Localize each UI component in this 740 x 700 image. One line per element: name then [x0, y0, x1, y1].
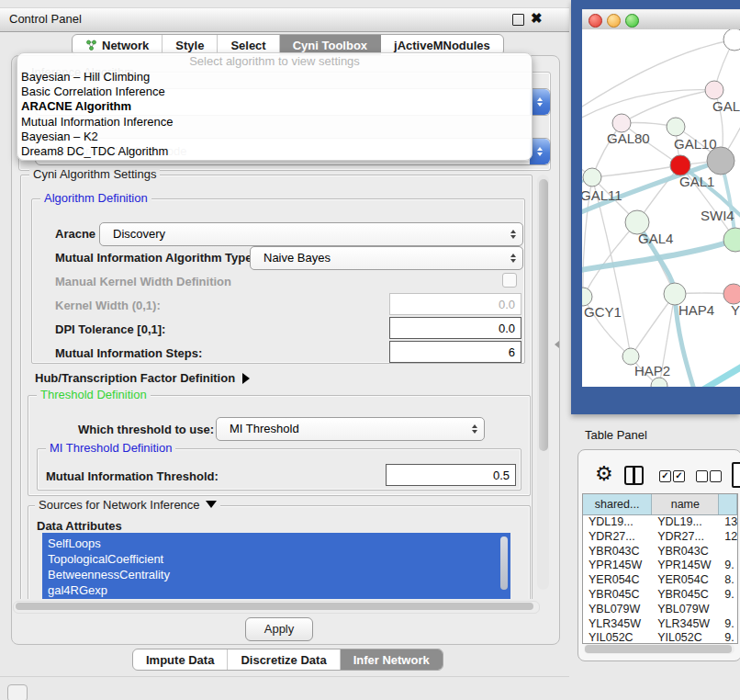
network-node-label[interactable]: GAL1	[679, 174, 714, 189]
table-cell: YBR043C	[583, 545, 652, 559]
which-threshold-combobox[interactable]: MI Threshold	[216, 417, 485, 441]
table-row[interactable]: YIL052CYIL052C9.	[583, 631, 737, 644]
attribute-list-item[interactable]: gal4RGexp	[42, 582, 510, 598]
network-node-label[interactable]: GAL11	[582, 187, 622, 203]
checked-checkbox-icon[interactable]: ✓	[659, 470, 671, 482]
network-node-label[interactable]: HAP2	[634, 363, 670, 378]
mi-type-combobox[interactable]: Naive Bayes	[250, 246, 523, 270]
minimize-traffic-light-icon[interactable]	[607, 14, 621, 28]
network-node-label[interactable]: GAL80	[607, 130, 650, 146]
kernel-width-field[interactable]: 0.0	[389, 293, 521, 315]
tab-label: Cyni Toolbox	[293, 39, 367, 52]
zoom-traffic-light-icon[interactable]	[625, 14, 639, 28]
network-node[interactable]	[705, 81, 723, 99]
network-node[interactable]	[583, 168, 601, 186]
network-node-label[interactable]: HAP4	[678, 302, 714, 318]
attribute-list-item[interactable]: BetweennessCentrality	[42, 567, 510, 582]
table-hscrollbar[interactable]	[584, 644, 734, 654]
which-threshold-label: Which threshold to use:	[78, 423, 214, 436]
column-header-extra[interactable]	[719, 494, 737, 514]
table-row[interactable]: YLR345WYLR345W9.	[583, 617, 737, 632]
sources-group-expander[interactable]: Sources for Network Inference	[35, 498, 220, 512]
tab-impute-data[interactable]: Impute Data	[133, 649, 228, 670]
table-cell: YBR045C	[583, 588, 652, 603]
combobox-stepper-icon[interactable]	[530, 139, 550, 164]
mi-steps-field[interactable]: 6	[389, 341, 521, 363]
corner-button[interactable]	[7, 684, 28, 700]
network-node-label[interactable]: GAL4	[638, 231, 673, 246]
table-cell: YER054C	[652, 573, 719, 588]
column-header-shared-[interactable]: shared...	[583, 494, 652, 514]
tab-label: Discretize Data	[241, 653, 326, 667]
checked-checkbox-icon[interactable]: ✓	[673, 470, 685, 482]
tab-discretize-data[interactable]: Discretize Data	[228, 649, 340, 670]
dropdown-item[interactable]: ARACNE Algorithm	[17, 99, 532, 114]
network-node-label[interactable]: SWI4	[701, 208, 734, 223]
network-window-titlebar[interactable]	[582, 9, 740, 31]
manual-kernel-label: Manual Kernel Width Definition	[55, 275, 231, 288]
app-screen: Control Panel ✖ NetworkStyleSelectCyni T…	[0, 0, 740, 700]
dpi-tolerance-field[interactable]: 0.0	[389, 317, 521, 339]
hub-definition-expander[interactable]: Hub/Transcription Factor Definition	[35, 371, 250, 385]
gear-icon[interactable]: ⚙	[595, 462, 613, 486]
dropdown-item[interactable]: Dream8 DC_TDC Algorithm	[17, 144, 532, 159]
network-node[interactable]	[667, 118, 685, 136]
unchecked-checkbox-icon[interactable]	[696, 470, 708, 482]
column-header-name[interactable]: name	[652, 494, 719, 514]
network-node-label[interactable]: GAL10	[674, 136, 717, 152]
table-row[interactable]: YBR043CYBR043C	[583, 545, 737, 559]
network-node[interactable]	[582, 288, 592, 306]
unchecked-checkbox-icon[interactable]	[710, 470, 722, 482]
network-node[interactable]	[723, 228, 740, 252]
manual-kernel-checkbox[interactable]	[502, 273, 517, 288]
data-attributes-list[interactable]: SelfLoopsTopologicalCoefficientBetweenne…	[42, 533, 510, 599]
network-node[interactable]	[612, 114, 631, 132]
aracne-mode-combobox[interactable]: Discovery	[99, 222, 523, 246]
attribute-list-item[interactable]: SelfLoops	[42, 536, 510, 551]
table-cell: 9.	[719, 617, 737, 632]
expand-down-icon	[206, 501, 217, 508]
close-icon[interactable]: ✖	[531, 10, 543, 27]
attribute-list-item[interactable]: TopologicalCoefficient	[42, 551, 510, 567]
float-window-icon[interactable]	[512, 14, 524, 26]
network-node-label[interactable]: GCY1	[584, 304, 622, 320]
network-node[interactable]	[723, 284, 740, 304]
dpi-tolerance-label: DPI Tolerance [0,1]:	[55, 322, 165, 336]
table-cell: YPR145W	[652, 559, 719, 573]
splitter-handle-icon[interactable]	[555, 341, 559, 348]
network-node-label[interactable]: Y	[731, 302, 740, 318]
columns-icon[interactable]	[624, 466, 644, 485]
apply-button[interactable]: Apply	[245, 617, 313, 641]
network-node[interactable]	[707, 147, 734, 175]
network-node[interactable]	[723, 29, 740, 51]
list-scrollbar[interactable]	[500, 536, 508, 590]
table-row[interactable]: YBL079WYBL079W	[583, 603, 737, 617]
table-cell: YDR27...	[652, 530, 719, 545]
settings-scrollbar[interactable]	[537, 175, 549, 590]
combobox-stepper-icon	[510, 254, 516, 263]
table-row[interactable]: YBR045CYBR045C9.	[583, 588, 737, 603]
settings-hscrollbar[interactable]	[13, 601, 540, 614]
table-row[interactable]: YDL19...YDL19...13	[583, 515, 737, 530]
tab-infer-network[interactable]: Infer Network	[341, 649, 443, 670]
new-document-icon[interactable]	[732, 462, 740, 488]
tab-label: Infer Network	[353, 653, 430, 667]
dropdown-item[interactable]: Bayesian – K2	[17, 130, 532, 144]
network-canvas[interactable]: GALGAL80GAL10GAL1GAL11SWI4GAL4GCY1HAP4YH…	[582, 29, 740, 387]
dropdown-item[interactable]: Basic Correlation Inference	[17, 85, 532, 99]
table-row[interactable]: YPR145WYPR145W9.	[583, 559, 737, 573]
mi-threshold-field[interactable]: 0.5	[386, 464, 516, 486]
table-row[interactable]: YER054CYER054C8.	[583, 573, 737, 588]
dropdown-item[interactable]: Mutual Information Inference	[17, 115, 532, 130]
tab-label: Select	[230, 39, 265, 52]
mi-type-value: Naive Bayes	[263, 251, 331, 265]
table-row[interactable]: YDR27...YDR27...12	[583, 530, 737, 545]
network-node[interactable]	[670, 155, 690, 175]
dropdown-item[interactable]: Bayesian – Hill Climbing	[17, 70, 532, 85]
table-cell: YBR045C	[652, 588, 719, 603]
network-node[interactable]	[651, 378, 667, 387]
network-node-label[interactable]: GAL	[712, 98, 740, 114]
node-table[interactable]: shared...name YDL19...YDL19...13YDR27...…	[582, 493, 738, 644]
close-traffic-light-icon[interactable]	[589, 14, 602, 28]
combobox-stepper-icon[interactable]	[530, 89, 550, 115]
